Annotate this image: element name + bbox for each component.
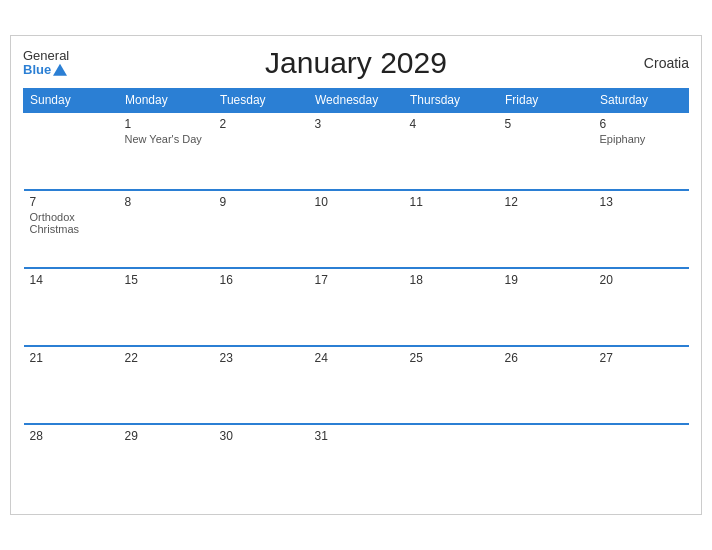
day-number-17: 17	[315, 273, 398, 287]
calendar-cell-4-4	[404, 424, 499, 502]
logo-blue-label: Blue	[23, 63, 51, 77]
day-number-6: 6	[600, 117, 683, 131]
calendar-cell-1-5: 12	[499, 190, 594, 268]
week-row-1: 7Orthodox Christmas8910111213	[24, 190, 689, 268]
logo: General Blue	[23, 49, 69, 78]
calendar-cell-4-2: 30	[214, 424, 309, 502]
day-number-20: 20	[600, 273, 683, 287]
calendar-cell-0-5: 5	[499, 112, 594, 190]
calendar-cell-1-6: 13	[594, 190, 689, 268]
week-row-4: 28293031	[24, 424, 689, 502]
day-number-7: 7	[30, 195, 113, 209]
calendar-cell-3-3: 24	[309, 346, 404, 424]
calendar-cell-3-5: 26	[499, 346, 594, 424]
day-number-1: 1	[125, 117, 208, 131]
calendar-cell-4-0: 28	[24, 424, 119, 502]
day-event: Epiphany	[600, 133, 683, 145]
calendar-cell-4-6	[594, 424, 689, 502]
calendar-cell-0-0	[24, 112, 119, 190]
calendar-cell-3-6: 27	[594, 346, 689, 424]
calendar-cell-2-3: 17	[309, 268, 404, 346]
day-number-2: 2	[220, 117, 303, 131]
calendar-cell-3-1: 22	[119, 346, 214, 424]
header-sunday: Sunday	[24, 89, 119, 113]
day-number-28: 28	[30, 429, 113, 443]
day-number-24: 24	[315, 351, 398, 365]
calendar-cell-0-2: 2	[214, 112, 309, 190]
day-number-10: 10	[315, 195, 398, 209]
day-event: Orthodox Christmas	[30, 211, 113, 235]
calendar-cell-0-3: 3	[309, 112, 404, 190]
calendar-cell-1-1: 8	[119, 190, 214, 268]
day-number-31: 31	[315, 429, 398, 443]
day-number-11: 11	[410, 195, 493, 209]
day-number-4: 4	[410, 117, 493, 131]
calendar-header: General Blue January 2029 Croatia	[23, 46, 689, 80]
day-number-19: 19	[505, 273, 588, 287]
day-number-5: 5	[505, 117, 588, 131]
day-number-18: 18	[410, 273, 493, 287]
day-number-12: 12	[505, 195, 588, 209]
day-number-3: 3	[315, 117, 398, 131]
logo-blue-text: Blue	[23, 63, 67, 77]
day-number-26: 26	[505, 351, 588, 365]
calendar-cell-4-5	[499, 424, 594, 502]
day-number-13: 13	[600, 195, 683, 209]
day-number-22: 22	[125, 351, 208, 365]
logo-general-text: General	[23, 49, 69, 63]
week-row-3: 21222324252627	[24, 346, 689, 424]
weekday-header-row: Sunday Monday Tuesday Wednesday Thursday…	[24, 89, 689, 113]
day-number-15: 15	[125, 273, 208, 287]
calendar-cell-2-6: 20	[594, 268, 689, 346]
header-wednesday: Wednesday	[309, 89, 404, 113]
calendar-cell-1-0: 7Orthodox Christmas	[24, 190, 119, 268]
day-number-21: 21	[30, 351, 113, 365]
header-thursday: Thursday	[404, 89, 499, 113]
calendar-cell-2-4: 18	[404, 268, 499, 346]
day-number-8: 8	[125, 195, 208, 209]
calendar-cell-2-2: 16	[214, 268, 309, 346]
calendar-cell-3-4: 25	[404, 346, 499, 424]
calendar-cell-0-6: 6Epiphany	[594, 112, 689, 190]
calendar-cell-4-3: 31	[309, 424, 404, 502]
calendar-cell-2-5: 19	[499, 268, 594, 346]
calendar-cell-0-4: 4	[404, 112, 499, 190]
day-number-29: 29	[125, 429, 208, 443]
day-number-27: 27	[600, 351, 683, 365]
day-number-30: 30	[220, 429, 303, 443]
calendar-cell-2-0: 14	[24, 268, 119, 346]
header-friday: Friday	[499, 89, 594, 113]
calendar-cell-0-1: 1New Year's Day	[119, 112, 214, 190]
day-number-14: 14	[30, 273, 113, 287]
header-tuesday: Tuesday	[214, 89, 309, 113]
calendar-cell-4-1: 29	[119, 424, 214, 502]
calendar-cell-3-0: 21	[24, 346, 119, 424]
day-number-23: 23	[220, 351, 303, 365]
calendar-cell-1-2: 9	[214, 190, 309, 268]
day-event: New Year's Day	[125, 133, 208, 145]
calendar-cell-1-3: 10	[309, 190, 404, 268]
calendar-cell-2-1: 15	[119, 268, 214, 346]
header-saturday: Saturday	[594, 89, 689, 113]
week-row-2: 14151617181920	[24, 268, 689, 346]
header-monday: Monday	[119, 89, 214, 113]
week-row-0: 1New Year's Day23456Epiphany	[24, 112, 689, 190]
day-number-16: 16	[220, 273, 303, 287]
calendar-container: General Blue January 2029 Croatia Sunday…	[10, 35, 702, 515]
calendar-table: Sunday Monday Tuesday Wednesday Thursday…	[23, 88, 689, 502]
calendar-cell-1-4: 11	[404, 190, 499, 268]
logo-triangle-icon	[53, 64, 67, 76]
day-number-9: 9	[220, 195, 303, 209]
day-number-25: 25	[410, 351, 493, 365]
calendar-title: January 2029	[265, 46, 447, 80]
calendar-cell-3-2: 23	[214, 346, 309, 424]
country-label: Croatia	[644, 55, 689, 71]
